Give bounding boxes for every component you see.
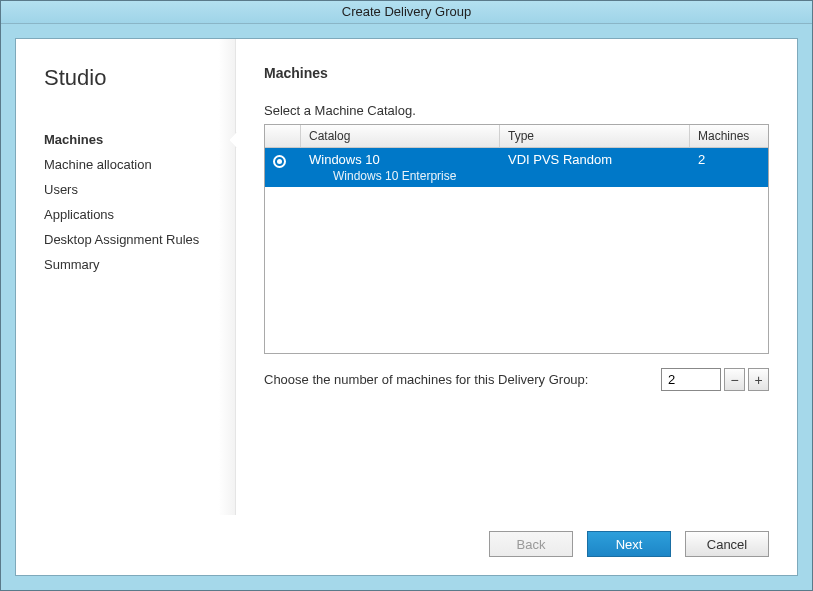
- main-panel: Studio Machines Machine allocation Users…: [15, 38, 798, 576]
- client-area: Studio Machines Machine allocation Users…: [1, 24, 812, 590]
- grid-body: Windows 10 Windows 10 Enterprise VDI PVS…: [265, 148, 768, 353]
- row-catalog-sublabel: Windows 10 Enterprise: [309, 169, 492, 183]
- step-applications[interactable]: Applications: [44, 202, 236, 227]
- machine-count-input[interactable]: [661, 368, 721, 391]
- app-name: Studio: [44, 65, 236, 91]
- page-title: Machines: [264, 65, 769, 81]
- window-titlebar[interactable]: Create Delivery Group: [1, 1, 812, 24]
- dialog-window: Create Delivery Group Studio Machines Ma…: [0, 0, 813, 591]
- step-machines[interactable]: Machines: [44, 127, 236, 152]
- back-button[interactable]: Back: [489, 531, 573, 557]
- main-content: Machines Select a Machine Catalog. Catal…: [236, 39, 797, 515]
- content-area: Studio Machines Machine allocation Users…: [16, 39, 797, 515]
- increment-button[interactable]: +: [748, 368, 769, 391]
- table-row[interactable]: Windows 10 Windows 10 Enterprise VDI PVS…: [265, 148, 768, 187]
- row-type-cell: VDI PVS Random: [500, 151, 690, 168]
- step-machine-allocation[interactable]: Machine allocation: [44, 152, 236, 177]
- decrement-button[interactable]: −: [724, 368, 745, 391]
- chooser-label: Choose the number of machines for this D…: [264, 372, 588, 387]
- grid-header-row: Catalog Type Machines: [265, 125, 768, 148]
- grid-header-type[interactable]: Type: [500, 125, 690, 147]
- catalog-grid: Catalog Type Machines Windows 10: [264, 124, 769, 354]
- row-radio-cell[interactable]: [265, 151, 301, 169]
- radio-selected-icon: [273, 155, 286, 168]
- row-machines-cell: 2: [690, 151, 768, 168]
- machine-count-chooser: Choose the number of machines for this D…: [264, 368, 769, 391]
- row-catalog-name: Windows 10: [309, 152, 380, 167]
- cancel-button[interactable]: Cancel: [685, 531, 769, 557]
- wizard-steps: Machines Machine allocation Users Applic…: [44, 127, 236, 277]
- grid-header-machines[interactable]: Machines: [690, 125, 768, 147]
- grid-header-catalog[interactable]: Catalog: [301, 125, 500, 147]
- step-desktop-assignment-rules[interactable]: Desktop Assignment Rules: [44, 227, 236, 252]
- grid-header-select: [265, 125, 301, 147]
- instruction-text: Select a Machine Catalog.: [264, 103, 769, 118]
- next-button[interactable]: Next: [587, 531, 671, 557]
- row-catalog-cell: Windows 10 Windows 10 Enterprise: [301, 151, 500, 184]
- wizard-sidebar: Studio Machines Machine allocation Users…: [16, 39, 236, 515]
- wizard-footer: Back Next Cancel: [16, 515, 797, 575]
- step-users[interactable]: Users: [44, 177, 236, 202]
- step-summary[interactable]: Summary: [44, 252, 236, 277]
